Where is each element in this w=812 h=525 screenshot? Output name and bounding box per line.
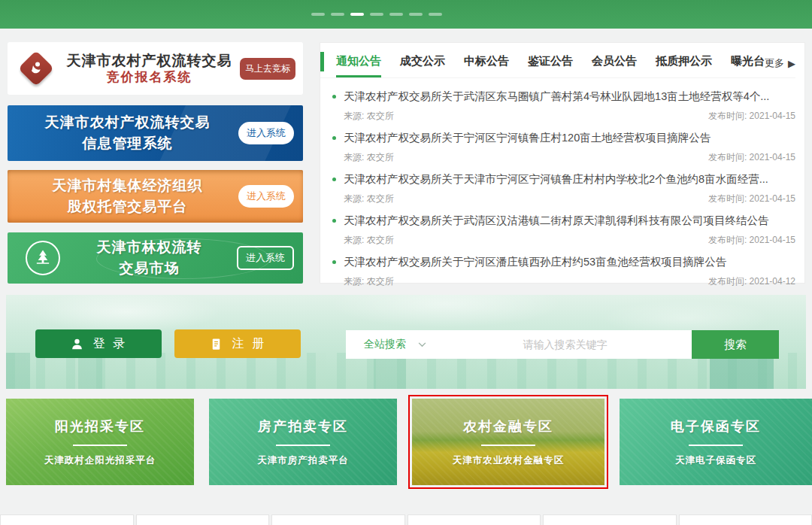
bidding-card-titles: 天津市农村产权流转交易 竞价报名系统 xyxy=(59,52,240,86)
announcement-meta: 来源: 农交所 发布时间: 2021-04-15 xyxy=(344,151,795,164)
announcement-title: 天津农村产权交易所关于天津市宁河区宁河镇鲁庄村村内学校北2个鱼池约8亩水面经营.… xyxy=(344,172,768,187)
bidding-card-title: 天津市农村产权流转交易 xyxy=(59,52,240,70)
login-label: 登 录 xyxy=(93,336,127,352)
zone-real-estate-auction[interactable]: 房产拍卖专区 天津市房产拍卖平台 xyxy=(209,399,397,485)
announcement-source: 来源: 农交所 xyxy=(344,151,394,164)
id-card-icon xyxy=(209,337,223,351)
equity-line1: 天津市村集体经济组织 xyxy=(17,175,238,196)
zone-subtitle: 天津市房产拍卖平台 xyxy=(257,454,349,467)
announcement-title: 天津农村产权交易所关于武清区汉沽港镇二街村原天津凯得利科技有限公司项目终结公告 xyxy=(344,214,769,228)
zone-divider xyxy=(276,445,330,446)
zone-subtitle: 天津电子保函专区 xyxy=(675,454,756,467)
announcement-date: 发布时间: 2021-04-15 xyxy=(708,151,795,164)
top-carousel-banner xyxy=(0,0,812,29)
search-input[interactable] xyxy=(438,330,692,359)
info-system-line2: 信息管理系统 xyxy=(17,133,238,154)
tab-deals[interactable]: 成交公示 xyxy=(400,54,445,77)
search-scope-dropdown[interactable]: 全站搜索 xyxy=(346,330,438,359)
tabs: 通知公告 成交公示 中标公告 鉴证公告 会员公告 抵质押公示 曝光台 xyxy=(336,54,765,77)
tree-icon xyxy=(26,241,60,275)
tab-certification[interactable]: 鉴证公告 xyxy=(528,54,573,77)
tab-pledge[interactable]: 抵质押公示 xyxy=(656,54,712,77)
footer-cell[interactable] xyxy=(136,514,270,525)
list-item: 天津农村产权交易所关于武清区东马圈镇广善村第4号林业队园地13亩土地经营权等4个… xyxy=(332,81,795,123)
tab-members[interactable]: 会员公告 xyxy=(592,54,637,77)
carousel-dot[interactable] xyxy=(429,13,442,16)
enter-equity-system-button[interactable]: 进入系统 xyxy=(238,185,294,208)
list-item: 天津农村产权交易所关于宁河区潘庄镇西孙庄村约53亩鱼池经营权项目摘牌公告 来源:… xyxy=(332,247,795,288)
enter-forest-market-button[interactable]: 进入系统 xyxy=(237,246,294,270)
carousel-indicators xyxy=(311,13,442,16)
carousel-dot[interactable] xyxy=(409,13,423,16)
forest-market-titles: 天津市林权流转 交易市场 xyxy=(62,237,237,278)
login-button[interactable]: 登 录 xyxy=(35,329,162,358)
announcement-meta: 来源: 农交所 发布时间: 2021-04-15 xyxy=(344,110,795,123)
footer-cell[interactable] xyxy=(0,514,134,525)
announcement-link[interactable]: 天津农村产权交易所关于宁河区潘庄镇西孙庄村约53亩鱼池经营权项目摘牌公告 xyxy=(332,255,795,269)
go-bid-button[interactable]: 马上去竞标 xyxy=(240,58,295,80)
announcement-title: 天津农村产权交易所关于武清区东马圈镇广善村第4号林业队园地13亩土地经营权等4个… xyxy=(344,90,769,104)
zone-subtitle: 天津市农业农村金融专区 xyxy=(453,454,565,467)
list-item: 天津农村产权交易所关于天津市宁河区宁河镇鲁庄村村内学校北2个鱼池约8亩水面经营.… xyxy=(332,164,795,205)
announcements-tabbar: 通知公告 成交公示 中标公告 鉴证公告 会员公告 抵质押公示 曝光台 更多 ▶ xyxy=(320,52,795,78)
announcement-date: 发布时间: 2021-04-15 xyxy=(708,110,795,123)
user-icon xyxy=(70,337,84,351)
footer-cell[interactable] xyxy=(408,514,541,525)
promo-column: 天津市农村产权流转交易 竞价报名系统 马上去竞标 天津市农村产权流转交易 信息管… xyxy=(8,42,303,284)
equity-platform-banner[interactable]: 天津市村集体经济组织 股权托管交易平台 进入系统 xyxy=(8,170,303,223)
carousel-dot[interactable] xyxy=(311,13,325,16)
zone-title: 房产拍卖专区 xyxy=(258,417,348,435)
announcement-list: 天津农村产权交易所关于武清区东马圈镇广善村第4号林业队园地13亩土地经营权等4个… xyxy=(320,78,795,288)
announcement-link[interactable]: 天津农村产权交易所关于天津市宁河区宁河镇鲁庄村村内学校北2个鱼池约8亩水面经营.… xyxy=(332,172,795,187)
footer-cell[interactable] xyxy=(543,514,677,525)
announcement-title: 天津农村产权交易所关于宁河区宁河镇鲁庄村120亩土地经营权项目摘牌公告 xyxy=(344,131,710,145)
zone-subtitle: 天津政村企阳光招采平台 xyxy=(44,454,156,467)
forest-line2: 交易市场 xyxy=(62,258,237,279)
main-content: 天津市农村产权流转交易 竞价报名系统 马上去竞标 天津市农村产权流转交易 信息管… xyxy=(0,29,812,284)
announcement-title: 天津农村产权交易所关于宁河区潘庄镇西孙庄村约53亩鱼池经营权项目摘牌公告 xyxy=(344,255,726,269)
zone-cards: 阳光招采专区 天津政村企阳光招采平台 房产拍卖专区 天津市房产拍卖平台 农村金融… xyxy=(6,399,812,485)
footer-links-strip xyxy=(0,514,812,525)
equity-platform-titles: 天津市村集体经济组织 股权托管交易平台 xyxy=(17,175,238,217)
carousel-dot-active[interactable] xyxy=(350,13,364,16)
zone-e-guarantee[interactable]: 电子保函专区 天津电子保函专区 xyxy=(620,399,812,485)
forest-line1: 天津市林权流转 xyxy=(62,237,237,258)
zone-title: 阳光招采专区 xyxy=(55,417,145,435)
more-label: 更多 xyxy=(765,56,784,70)
zone-rural-finance-highlighted[interactable]: 农村金融专区 天津市农业农村金融专区 xyxy=(412,399,604,485)
info-system-line1: 天津市农村产权流转交易 xyxy=(17,112,238,133)
zone-title: 农村金融专区 xyxy=(463,417,553,435)
register-button[interactable]: 注 册 xyxy=(174,329,301,358)
info-system-titles: 天津市农村产权流转交易 信息管理系统 xyxy=(17,112,238,153)
footer-cell[interactable] xyxy=(679,514,812,525)
zone-sunshine-procurement[interactable]: 阳光招采专区 天津政村企阳光招采平台 xyxy=(6,399,194,485)
more-link[interactable]: 更多 ▶ xyxy=(765,56,795,77)
bullet-icon xyxy=(332,219,336,223)
tab-notice[interactable]: 通知公告 xyxy=(336,54,381,77)
register-label: 注 册 xyxy=(232,336,266,352)
bidding-system-card[interactable]: 天津市农村产权流转交易 竞价报名系统 马上去竞标 xyxy=(8,42,303,95)
search-scope-label: 全站搜索 xyxy=(364,338,406,351)
zone-title: 电子保函专区 xyxy=(671,417,761,435)
footer-cell[interactable] xyxy=(271,514,405,525)
tab-winning-bid[interactable]: 中标公告 xyxy=(464,54,509,77)
search-button[interactable]: 搜索 xyxy=(692,330,779,359)
zone-divider xyxy=(689,445,743,446)
announcement-link[interactable]: 天津农村产权交易所关于武清区汉沽港镇二街村原天津凯得利科技有限公司项目终结公告 xyxy=(332,214,795,228)
announcement-link[interactable]: 天津农村产权交易所关于宁河区宁河镇鲁庄村120亩土地经营权项目摘牌公告 xyxy=(332,131,795,145)
carousel-dot[interactable] xyxy=(389,13,403,16)
carousel-dot[interactable] xyxy=(331,13,344,16)
announcement-source: 来源: 农交所 xyxy=(344,234,394,247)
carousel-dot[interactable] xyxy=(370,13,383,16)
list-item: 天津农村产权交易所关于武清区汉沽港镇二街村原天津凯得利科技有限公司项目终结公告 … xyxy=(332,205,795,247)
enter-info-system-button[interactable]: 进入系统 xyxy=(238,122,294,144)
tab-exposure[interactable]: 曝光台 xyxy=(731,54,765,77)
bidding-card-subtitle: 竞价报名系统 xyxy=(59,69,240,85)
search-hero-band: 登 录 注 册 全站搜索 搜索 xyxy=(6,295,806,389)
announcement-source: 来源: 农交所 xyxy=(344,275,394,288)
announcement-date: 发布时间: 2021-04-15 xyxy=(708,234,795,247)
announcement-link[interactable]: 天津农村产权交易所关于武清区东马圈镇广善村第4号林业队园地13亩土地经营权等4个… xyxy=(332,90,795,104)
announcement-date: 发布时间: 2021-04-12 xyxy=(708,275,795,288)
info-system-banner[interactable]: 天津市农村产权流转交易 信息管理系统 进入系统 xyxy=(8,105,303,161)
forest-market-banner[interactable]: 天津市林权流转 交易市场 进入系统 xyxy=(8,232,303,284)
